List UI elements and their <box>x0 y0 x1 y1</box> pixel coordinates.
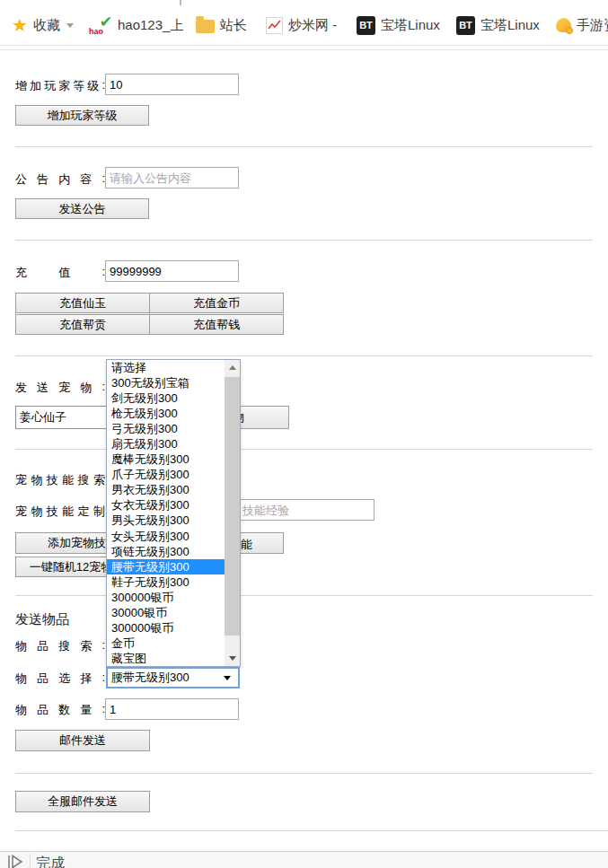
divider <box>15 830 608 831</box>
recharge-banggong-button[interactable]: 充值帮贡 <box>15 314 150 335</box>
announcement-label: 公告内容: <box>15 171 105 188</box>
dropdown-option[interactable]: 男衣无级别300 <box>107 482 225 497</box>
item-quantity-input[interactable] <box>105 698 239 720</box>
dropdown-option[interactable]: 300000银币 <box>107 620 225 636</box>
add-level-input[interactable] <box>105 74 239 95</box>
chevron-down-icon <box>224 676 231 680</box>
recharge-amount-input[interactable] <box>105 260 239 282</box>
bookmark-label: 宝塔Linux <box>381 17 440 34</box>
divider <box>15 146 593 147</box>
bookmark-baota-1[interactable]: BT 宝塔Linux <box>357 5 440 45</box>
dropdown-option[interactable]: 项链无级别300 <box>107 544 225 559</box>
dropdown-option[interactable]: 弓无级别300 <box>107 421 225 436</box>
trophy-icon <box>556 18 571 32</box>
pet-skill-secondary-button-text: 能 <box>241 537 252 553</box>
pet-skill-search-label: 宠物技能搜索: <box>15 472 112 488</box>
divider <box>15 355 593 356</box>
scroll-down-arrow-icon[interactable] <box>225 651 240 666</box>
star-icon: ★ <box>12 16 28 34</box>
dropdown-scrollbar[interactable] <box>225 360 240 666</box>
dropdown-option[interactable]: 女头无级别300 <box>107 529 225 544</box>
dropdown-option[interactable]: 女衣无级别300 <box>107 497 225 513</box>
dropdown-option[interactable]: 30000银币 <box>107 605 225 620</box>
bookmark-chaomiwang[interactable]: 炒米网 - <box>266 5 337 45</box>
status-bar: 完成 <box>0 851 608 868</box>
all-server-mail-button[interactable]: 全服邮件发送 <box>15 791 150 812</box>
folder-icon <box>196 20 215 33</box>
bookmark-shouyou[interactable]: 手游资 <box>556 5 608 45</box>
item-search-label: 物品搜索: <box>15 638 105 654</box>
status-text: 完成 <box>36 855 65 868</box>
divider <box>15 240 593 241</box>
item-select-label: 物品选择: <box>15 671 105 687</box>
dropdown-option[interactable]: 300000银币 <box>107 590 225 605</box>
dropdown-option[interactable]: 请选择 <box>107 360 225 375</box>
dropdown-option[interactable]: 魔棒无级别300 <box>107 452 225 467</box>
bookmark-zhanzhang[interactable]: 站长 <box>196 5 247 45</box>
dropdown-option[interactable]: 藏宝图 <box>107 651 225 666</box>
stock-chart-icon <box>266 17 283 34</box>
recharge-label: 充值: <box>15 265 105 281</box>
dropdown-option[interactable]: 剑无级别300 <box>107 390 225 406</box>
content-top-border <box>0 49 608 50</box>
bookmark-label: hao123_上 <box>118 17 183 34</box>
pet-select-value: 姜心仙子 <box>20 409 66 425</box>
recharge-bangqian-button[interactable]: 充值帮钱 <box>149 314 284 335</box>
send-pet-label: 发送宠物: <box>15 380 105 396</box>
baota-bt-icon: BT <box>456 16 475 35</box>
dropdown-options: 请选择300无级别宝箱剑无级别300枪无级别300弓无级别300扇无级别300魔… <box>107 360 225 666</box>
item-select[interactable]: 腰带无级别300 <box>106 667 240 688</box>
dropdown-option[interactable]: 金币 <box>107 636 225 651</box>
bookmark-label: 宝塔Linux <box>480 17 540 34</box>
mail-send-button[interactable]: 邮件发送 <box>15 730 150 751</box>
item-quantity-label: 物品数量: <box>15 702 105 718</box>
bookmark-label: 站长 <box>220 17 247 34</box>
add-level-button[interactable]: 增加玩家等级 <box>15 105 149 126</box>
pet-skill-custom-label: 宠物技能定制: <box>15 504 112 520</box>
bookmarks-bar: ★ 收藏 ✔ hao hao123_上 站长 炒米网 - BT 宝塔Linux … <box>0 5 608 46</box>
scrollbar-thumb[interactable] <box>225 377 240 636</box>
baota-bt-icon: BT <box>357 16 375 35</box>
run-play-icon <box>7 855 25 868</box>
dropdown-option[interactable]: 扇无级别300 <box>107 436 225 452</box>
hao123-icon: ✔ hao <box>89 14 112 36</box>
bookmark-label: 炒米网 - <box>288 17 337 34</box>
dropdown-option[interactable]: 鞋子无级别300 <box>107 574 225 590</box>
add-level-label: 增加玩家等级: <box>15 78 105 94</box>
recharge-gold-button[interactable]: 充值金币 <box>149 293 284 313</box>
dropdown-option[interactable]: 枪无级别300 <box>107 406 225 421</box>
send-announcement-button[interactable]: 发送公告 <box>15 198 149 219</box>
bookmark-hao123[interactable]: ✔ hao hao123_上 <box>89 5 183 45</box>
dropdown-option[interactable]: 300无级别宝箱 <box>107 375 225 390</box>
divider <box>15 773 593 774</box>
scroll-up-arrow-icon[interactable] <box>225 360 240 375</box>
bookmark-label: 收藏 <box>33 17 60 34</box>
bookmark-label: 手游资 <box>577 17 608 34</box>
recharge-xianyu-button[interactable]: 充值仙玉 <box>15 293 150 313</box>
dropdown-option[interactable]: 腰带无级别300 <box>107 559 225 574</box>
bookmark-favorites[interactable]: ★ 收藏 <box>12 5 74 45</box>
divider <box>15 595 593 596</box>
bookmark-baota-2[interactable]: BT 宝塔Linux <box>456 5 540 45</box>
caret-down-icon <box>66 23 74 28</box>
dropdown-option[interactable]: 男头无级别300 <box>107 513 225 528</box>
announcement-input[interactable] <box>105 167 239 189</box>
divider <box>15 449 593 450</box>
send-item-heading: 发送物品 <box>15 611 69 628</box>
dropdown-option[interactable]: 爪子无级别300 <box>107 467 225 482</box>
item-select-value: 腰带无级别300 <box>111 670 189 686</box>
skill-exp-input[interactable] <box>238 499 374 521</box>
item-dropdown-list: 请选择300无级别宝箱剑无级别300枪无级别300弓无级别300扇无级别300魔… <box>106 359 241 667</box>
status-divider <box>30 854 31 868</box>
